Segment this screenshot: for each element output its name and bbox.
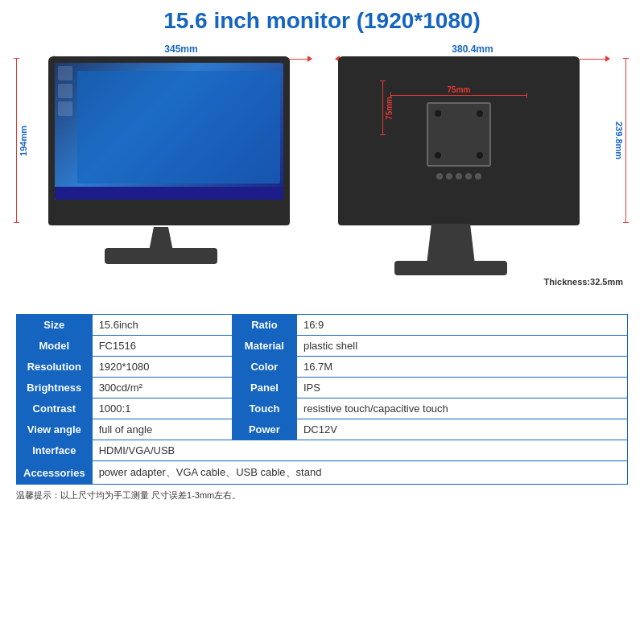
spec-label2-panel: Panel: [232, 378, 296, 398]
width-label-left: 345mm: [164, 43, 197, 55]
spec-value-resolution: 1920*1080: [92, 357, 232, 378]
spec-label-view-angle: View angle: [17, 419, 93, 440]
monitor-neck-back: [427, 224, 475, 264]
monitor-back-body: 75mm 75mm: [338, 56, 580, 225]
spec-value-interface: HDMI/VGA/USB: [92, 440, 627, 461]
back-ports: [436, 173, 481, 180]
spec-value-accessories: power adapter、VGA cable、USB cable、stand: [92, 461, 627, 485]
spec-label-model: Model: [17, 336, 93, 357]
page: 15.6 inch monitor (1920*1080) 345mm 194m…: [0, 0, 644, 644]
back-view-diagram: 380.4mm 239.8mm: [330, 40, 628, 298]
spec-value2-touch: resistive touch/capacitive touch: [296, 398, 627, 419]
monitor-front-body: [48, 56, 290, 225]
spec-value-contrast: 1000:1: [92, 398, 232, 419]
spec-label2-material: Material: [232, 336, 296, 357]
spec-label2-power: Power: [232, 419, 296, 440]
spec-value2-color: 16.7M: [296, 357, 627, 378]
diagrams-section: 345mm 194mm: [16, 40, 628, 306]
front-view-diagram: 345mm 194mm: [16, 40, 322, 298]
spec-label-interface: Interface: [17, 440, 93, 461]
thickness-label: Thickness:32.5mm: [544, 277, 623, 287]
spec-value-size: 15.6inch: [92, 315, 232, 336]
spec-label2-color: Color: [232, 357, 296, 378]
spec-label2-ratio: Ratio: [232, 315, 296, 336]
spec-value2-power: DC12V: [296, 419, 627, 440]
spec-value-view-angle: full of angle: [92, 419, 232, 440]
page-title: 15.6 inch monitor (1920*1080): [163, 8, 481, 34]
height-label-right: 239.8mm: [614, 122, 624, 159]
spec-value2-panel: IPS: [296, 378, 627, 398]
spec-label-brightness: Brightness: [17, 378, 93, 398]
height-label-left: 194mm: [19, 126, 28, 156]
monitor-base-front: [105, 248, 217, 264]
vesa-h-label: 75mm: [448, 85, 471, 94]
monitor-screen: [55, 63, 283, 200]
spec-value-brightness: 300cd/m²: [92, 378, 232, 398]
spec-label-accessories: Accessories: [17, 461, 93, 485]
spec-value2-ratio: 16:9: [296, 315, 627, 336]
specs-table: Size15.6inchRatio16:9ModelFC1516Material…: [16, 314, 628, 485]
monitor-base-back: [394, 261, 507, 275]
footer-note: 温馨提示：以上尺寸均为手工测量 尺寸误差1-3mm左右。: [16, 489, 241, 502]
spec-label-size: Size: [17, 315, 93, 336]
vesa-v-label: 75mm: [385, 97, 394, 120]
spec-label-contrast: Contrast: [17, 398, 93, 419]
spec-value-model: FC1516: [92, 336, 232, 357]
spec-value2-material: plastic shell: [296, 336, 627, 357]
spec-label2-touch: Touch: [232, 398, 296, 419]
spec-label-resolution: Resolution: [17, 357, 93, 378]
width-label-right: 380.4mm: [452, 43, 493, 55]
